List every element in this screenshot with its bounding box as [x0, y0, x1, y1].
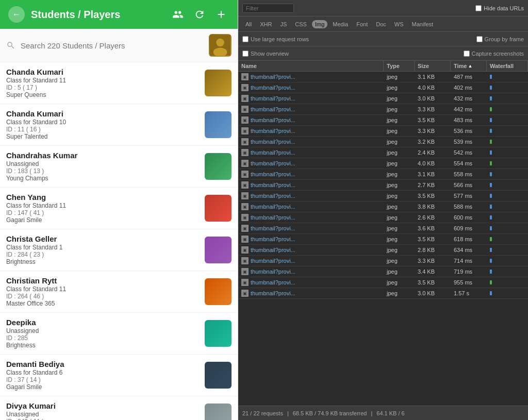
cell-waterfall — [487, 82, 528, 93]
cell-size: 3.3 KB — [415, 104, 451, 114]
cell-size: 3.3 KB — [415, 126, 451, 136]
filter-btn-font[interactable]: Font — [353, 20, 371, 28]
student-list-item[interactable]: Divya Kumari Unassigned ID : 249 ( 11 ) … — [0, 396, 238, 420]
cell-name-text: thumbnail?provi... — [251, 149, 295, 156]
waterfall-bar-indicator — [490, 150, 492, 155]
filter-btn-manifest[interactable]: Manifest — [409, 20, 437, 28]
student-info: Deepika Unassigned ID : 285 Brightness — [6, 318, 201, 349]
filter-btn-xhr[interactable]: XHR — [257, 20, 275, 28]
network-table-row[interactable]: ▣ thumbnail?provi... jpeg 3.5 KB 483 ms — [238, 115, 528, 126]
network-table-row[interactable]: ▣ thumbnail?provi... jpeg 2.4 KB 542 ms — [238, 147, 528, 158]
network-table-row[interactable]: ▣ thumbnail?provi... jpeg 3.5 KB 618 ms — [238, 234, 528, 245]
student-list-item[interactable]: Christa Geller Class for Standard 1 ID :… — [0, 229, 238, 271]
network-table-row[interactable]: ▣ thumbnail?provi... jpeg 3.3 KB 714 ms — [238, 256, 528, 266]
student-list-item[interactable]: Deepika Unassigned ID : 285 Brightness — [0, 313, 238, 355]
network-table-row[interactable]: ▣ thumbnail?provi... jpeg 3.3 KB 536 ms — [238, 126, 528, 137]
search-bar — [0, 29, 238, 62]
cell-waterfall — [487, 115, 528, 125]
capture-screenshots-checkbox[interactable] — [464, 51, 470, 57]
img-type-icon: ▣ — [241, 236, 249, 243]
add-button[interactable] — [213, 6, 229, 23]
filter-btn-img[interactable]: Img — [312, 20, 327, 28]
student-list-item[interactable]: Chanda Kumari Class for Standard 11 ID :… — [0, 62, 238, 104]
waterfall-bar-indicator — [490, 194, 492, 198]
cell-name: ▣ thumbnail?provi... — [238, 245, 384, 255]
filter-btn-doc[interactable]: Doc — [373, 20, 389, 28]
avatar-image — [210, 35, 230, 56]
network-table-row[interactable]: ▣ thumbnail?provi... jpeg 4.0 KB 402 ms — [238, 82, 528, 93]
devtools-options-row2: Show overview Capture screenshots — [238, 46, 528, 61]
back-icon: ← — [12, 10, 21, 19]
waterfall-bar-indicator — [490, 107, 492, 111]
network-table-row[interactable]: ▣ thumbnail?provi... jpeg 3.8 KB 588 ms — [238, 201, 528, 212]
student-class: Unassigned — [6, 327, 201, 334]
network-table-row[interactable]: ▣ thumbnail?provi... jpeg 4.0 KB 554 ms — [238, 158, 528, 169]
cell-waterfall — [487, 266, 528, 277]
cell-size: 3.6 KB — [415, 223, 451, 233]
student-group: Brightness — [6, 258, 201, 265]
filter-btn-js[interactable]: JS — [277, 20, 290, 28]
cell-name-text: thumbnail?provi... — [251, 214, 295, 221]
student-list-item[interactable]: Chanda Kumari Class for Standard 10 ID :… — [0, 104, 238, 146]
cell-name-text: thumbnail?provi... — [251, 236, 295, 242]
student-list-item[interactable]: Chen Yang Class for Standard 11 ID : 147… — [0, 188, 238, 229]
network-table-row[interactable]: ▣ thumbnail?provi... jpeg 3.4 KB 719 ms — [238, 266, 528, 277]
cell-type: jpeg — [384, 212, 415, 223]
img-type-icon: ▣ — [241, 160, 249, 167]
group-by-frame-checkbox[interactable] — [476, 36, 483, 42]
filter-btn-media[interactable]: Media — [329, 20, 351, 28]
student-info: Chen Yang Class for Standard 11 ID : 147… — [6, 193, 201, 224]
search-input[interactable] — [21, 41, 204, 50]
waterfall-bar-indicator — [490, 129, 492, 133]
cell-type: jpeg — [384, 223, 415, 233]
cell-type: jpeg — [384, 266, 415, 277]
student-id: ID : 37 ( 14 ) — [6, 376, 201, 383]
filter-btn-all[interactable]: All — [242, 20, 255, 28]
network-table-row[interactable]: ▣ thumbnail?provi... jpeg 3.5 KB 577 ms — [238, 191, 528, 201]
filter-input[interactable] — [242, 4, 294, 13]
student-thumbnail — [205, 278, 232, 305]
student-group: Gagari Smile — [6, 383, 201, 391]
network-table-row[interactable]: ▣ thumbnail?provi... jpeg 3.1 KB 487 ms — [238, 72, 528, 82]
network-table-row[interactable]: ▣ thumbnail?provi... jpeg 2.8 KB 634 ms — [238, 245, 528, 256]
network-table-row[interactable]: ▣ thumbnail?provi... jpeg 3.0 KB 432 ms — [238, 93, 528, 104]
cell-waterfall — [487, 245, 528, 255]
network-table-row[interactable]: ▣ thumbnail?provi... jpeg 3.1 KB 558 ms — [238, 169, 528, 180]
waterfall-bar-indicator — [490, 280, 492, 284]
cell-size: 3.5 KB — [415, 234, 451, 244]
student-list-item[interactable]: Chandrahas Kumar Unassigned ID : 183 ( 1… — [0, 146, 238, 188]
header-bar: ← Students / Players — [0, 0, 238, 29]
hide-data-urls-checkbox[interactable] — [475, 5, 482, 11]
student-id: ID : 264 ( 46 ) — [6, 293, 201, 300]
capture-screenshots-label: Capture screenshots — [472, 51, 524, 57]
network-table-row[interactable]: ▣ thumbnail?provi... jpeg 2.6 KB 600 ms — [238, 212, 528, 223]
student-list-item[interactable]: Demanti Bediya Class for Standard 6 ID :… — [0, 355, 238, 396]
col-time[interactable]: Time ▲ — [451, 61, 487, 71]
show-overview-checkbox[interactable] — [242, 51, 249, 57]
network-table-row[interactable]: ▣ thumbnail?provi... jpeg 3.5 KB 955 ms — [238, 277, 528, 288]
network-table-row[interactable]: ▣ thumbnail?provi... jpeg 3.6 KB 609 ms — [238, 223, 528, 234]
cell-name: ▣ thumbnail?provi... — [238, 223, 384, 233]
group-by-frame-option: Group by frame — [476, 36, 524, 42]
use-large-rows-checkbox[interactable] — [242, 36, 249, 42]
waterfall-bar-indicator — [490, 118, 492, 122]
cell-name: ▣ thumbnail?provi... — [238, 234, 384, 244]
student-list-item[interactable]: Christian Rytt Class for Standard 11 ID … — [0, 271, 238, 313]
network-table-row[interactable]: ▣ thumbnail?provi... jpeg 2.7 KB 566 ms — [238, 180, 528, 191]
img-type-icon: ▣ — [241, 290, 249, 297]
cell-size: 3.1 KB — [415, 72, 451, 82]
network-table-row[interactable]: ▣ thumbnail?provi... jpeg 3.2 KB 539 ms — [238, 137, 528, 147]
student-group: Young Champs — [6, 175, 201, 182]
filter-btn-css[interactable]: CSS — [292, 20, 310, 28]
img-type-icon: ▣ — [241, 181, 249, 189]
refresh-button[interactable] — [191, 6, 208, 23]
student-info: Christa Geller Class for Standard 1 ID :… — [6, 234, 201, 265]
student-class: Class for Standard 11 — [6, 77, 201, 84]
img-type-icon: ▣ — [241, 116, 249, 124]
network-table-row[interactable]: ▣ thumbnail?provi... jpeg 3.3 KB 442 ms — [238, 104, 528, 115]
filter-btn-ws[interactable]: WS — [391, 20, 407, 28]
network-table-row[interactable]: ▣ thumbnail?provi... jpeg 3.0 KB 1.57 s — [238, 288, 528, 299]
group-icon-button[interactable] — [170, 6, 186, 23]
cell-type: jpeg — [384, 169, 415, 179]
back-button[interactable]: ← — [8, 6, 25, 23]
